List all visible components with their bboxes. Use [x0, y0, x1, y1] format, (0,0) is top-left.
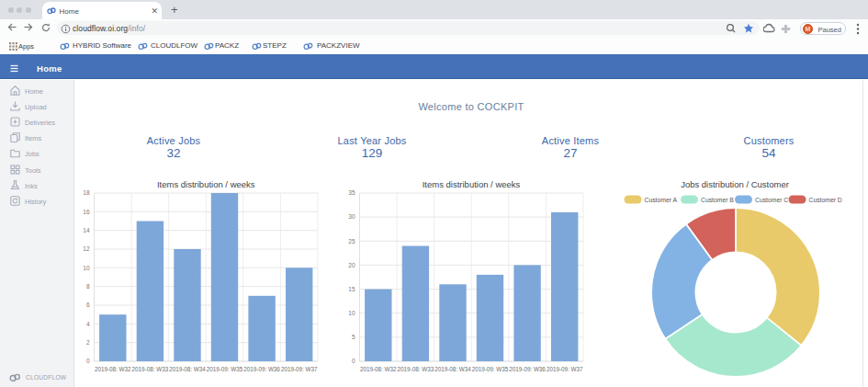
- svg-text:2019-08: W33: 2019-08: W33: [132, 366, 169, 372]
- svg-text:12: 12: [83, 245, 90, 252]
- svg-text:4: 4: [86, 321, 90, 327]
- svg-text:0: 0: [352, 358, 355, 364]
- svg-text:Customer D: Customer D: [809, 197, 842, 203]
- svg-text:15: 15: [348, 286, 355, 292]
- svg-text:Jobs distribution / Customer: Jobs distribution / Customer: [681, 179, 789, 189]
- svg-text:16: 16: [83, 209, 90, 215]
- svg-text:2019-08: W34: 2019-08: W34: [169, 366, 206, 372]
- svg-text:2019-09: W36: 2019-09: W36: [243, 366, 280, 372]
- svg-text:Items distribution / weeks: Items distribution / weeks: [157, 179, 255, 189]
- svg-text:10: 10: [83, 265, 90, 271]
- svg-text:2019-09: W35: 2019-09: W35: [472, 366, 509, 372]
- svg-text:30: 30: [348, 213, 355, 220]
- svg-text:Customer B: Customer B: [701, 197, 734, 203]
- svg-text:20: 20: [348, 262, 355, 268]
- svg-text:2019-08: W32: 2019-08: W32: [95, 366, 131, 372]
- svg-text:2019-09: W36: 2019-09: W36: [509, 366, 546, 372]
- svg-text:2019-08: W34: 2019-08: W34: [434, 366, 471, 372]
- svg-text:10: 10: [348, 310, 355, 316]
- svg-text:6: 6: [86, 302, 90, 308]
- svg-text:Items distribution / weeks: Items distribution / weeks: [423, 179, 521, 189]
- svg-text:5: 5: [352, 334, 355, 340]
- svg-text:2: 2: [86, 339, 90, 346]
- svg-text:2019-09: W35: 2019-09: W35: [207, 366, 243, 372]
- svg-text:2019-09: W37: 2019-09: W37: [281, 366, 318, 372]
- svg-text:8: 8: [86, 283, 90, 290]
- svg-text:14: 14: [83, 227, 90, 233]
- svg-text:2019-08: W33: 2019-08: W33: [398, 366, 434, 372]
- svg-text:2019-08: W32: 2019-08: W32: [360, 366, 397, 372]
- svg-text:18: 18: [83, 189, 90, 196]
- svg-text:0: 0: [86, 358, 90, 364]
- svg-text:25: 25: [348, 238, 355, 245]
- svg-text:Customer C: Customer C: [755, 197, 788, 203]
- svg-text:Customer A: Customer A: [645, 197, 678, 203]
- svg-text:2019-09: W37: 2019-09: W37: [547, 366, 583, 372]
- svg-text:35: 35: [348, 189, 355, 196]
